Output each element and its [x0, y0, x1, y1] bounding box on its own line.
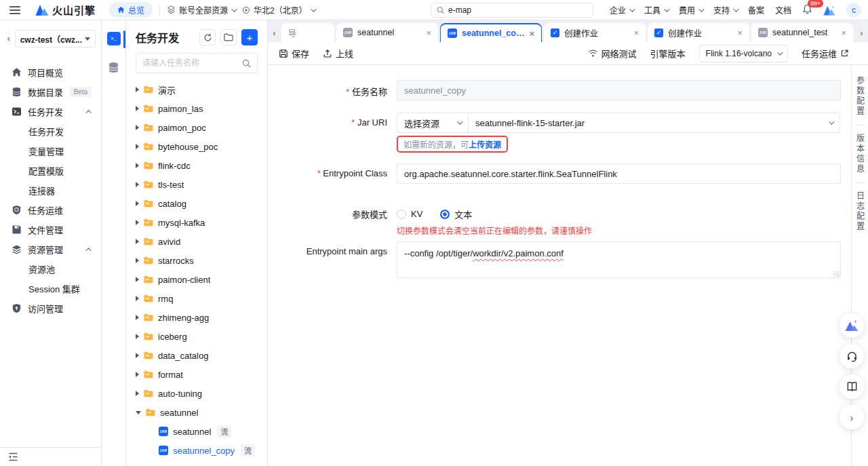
tree-folder[interactable]: auto-tuning [136, 384, 258, 403]
tree-folder[interactable]: zhimeng-agg [136, 308, 258, 327]
network-test-button[interactable]: 网络测试 [588, 47, 637, 60]
collapse-floaters-button[interactable]: › [840, 405, 864, 429]
tab-create-job-1[interactable]: ✓ 创建作业 × [544, 23, 646, 42]
task-ops-link[interactable]: 任务运维 [802, 47, 849, 60]
task-name-input[interactable] [397, 80, 841, 100]
close-icon[interactable]: × [426, 28, 431, 38]
project-selector[interactable]: cwz-test（cwz... [15, 30, 96, 47]
sidebar-item-task-ops[interactable]: 任务运维 [0, 200, 101, 220]
publish-button[interactable]: 上线 [323, 47, 353, 60]
sidebar-item-connectors[interactable]: 连接器 [0, 180, 101, 200]
save-button[interactable]: 保存 [279, 47, 309, 60]
rail-database-icon[interactable] [108, 62, 119, 73]
tab-partial[interactable]: 导 [281, 23, 334, 42]
radio-kv[interactable]: KV [397, 209, 422, 219]
tree-folder[interactable]: tls-test [136, 175, 258, 194]
tab-log-config[interactable]: 日志配置 [854, 190, 866, 233]
tree-folder[interactable]: 演示 [136, 80, 258, 99]
tab-seatunnel-copy-active[interactable]: JAR seatunnel_copy × [440, 23, 542, 42]
region-dropdown[interactable]: 华北2（北京） [242, 4, 315, 16]
jar-source-select[interactable]: 选择资源 [397, 113, 469, 133]
tree-folder[interactable]: starrocks [136, 251, 258, 270]
account-scope-dropdown[interactable]: 账号全部资源 [167, 4, 235, 16]
new-folder-button[interactable] [220, 29, 237, 45]
close-icon[interactable]: × [633, 28, 639, 38]
hamburger-menu-icon[interactable] [9, 6, 20, 14]
tabs-scroll-left[interactable]: ‹ [269, 24, 279, 42]
add-task-button[interactable]: + [241, 29, 258, 45]
sidebar-item-task-dev[interactable]: 任务开发 [0, 121, 101, 141]
notifications-button[interactable]: 99+ [802, 4, 812, 16]
tree-folder[interactable]: paimon_poc [136, 118, 258, 137]
project-name: cwz-test（cwz... [20, 33, 82, 45]
sidebar-item-variables[interactable]: 变量管理 [0, 141, 101, 161]
overview-button[interactable]: 总览 [109, 2, 153, 18]
tree-folder[interactable]: format [136, 365, 258, 384]
tree-folder[interactable]: bytehouse_poc [136, 137, 258, 156]
sidebar-item-resource-mgmt-group[interactable]: 资源管理 [0, 239, 101, 259]
close-icon[interactable]: × [841, 28, 846, 38]
sidebar-item-task-dev-group[interactable]: 任务开发 [0, 102, 101, 121]
brand-logo[interactable]: 火山引擎 [35, 3, 96, 17]
sidebar-item-config-templates[interactable]: 配置模版 [0, 161, 101, 180]
tree-folder[interactable]: paimon-client [136, 270, 258, 289]
tree-folder[interactable]: flink-cdc [136, 156, 258, 175]
nav-icp[interactable]: 备案 [748, 4, 764, 16]
global-search-input[interactable] [448, 5, 587, 15]
nav-docs[interactable]: 文档 [775, 4, 791, 16]
back-button[interactable]: ‹ [7, 32, 11, 45]
collapse-sidebar-icon[interactable] [8, 452, 18, 461]
editor-tabbar: ‹ 导 JAR seatunnel × JAR seatunnel_copy ×… [268, 20, 868, 42]
tree-folder[interactable]: rmq [136, 289, 258, 308]
tree-folder[interactable]: data_catalog [136, 346, 258, 365]
caret-right-icon [136, 163, 139, 168]
refresh-button[interactable] [199, 29, 216, 45]
rail-task-dev-icon[interactable]: >_ [107, 32, 121, 45]
tree-task-seatunnel-copy[interactable]: JAR seatunnel_copy 流 [136, 441, 258, 460]
tree-folder[interactable]: avivid [136, 232, 258, 251]
rail-active-indicator [123, 31, 125, 48]
engine-version-select[interactable]: Flink 1.16-volcano [699, 45, 788, 62]
sidebar-item-data-catalog[interactable]: 数据目录 Beta [0, 82, 101, 102]
tree-folder[interactable]: mysql-kafka [136, 213, 258, 232]
nav-tools[interactable]: 工具 [644, 4, 668, 16]
nav-enterprise[interactable]: 企业 [610, 4, 633, 16]
user-avatar[interactable]: c [846, 3, 861, 18]
tab-seatunnel[interactable]: JAR seatunnel × [336, 23, 438, 42]
volcano-mini-icon[interactable] [823, 5, 835, 16]
sidebar-item-overview[interactable]: 项目概览 [0, 62, 101, 82]
task-name-label: 任务名称 [268, 80, 387, 98]
sidebar-item-access-mgmt[interactable]: 访问管理 [0, 298, 101, 318]
tree-folder-expanded[interactable]: seatunnel [136, 403, 258, 422]
tree-folder[interactable]: paimon_las [136, 99, 258, 118]
tab-seatunnel-test[interactable]: JAR seatunnel_test × [751, 23, 853, 42]
sidebar-item-file-mgmt[interactable]: 文件管理 [0, 220, 101, 239]
docs-button[interactable] [840, 374, 864, 399]
caret-right-icon [136, 391, 139, 396]
ai-assistant-button[interactable] [840, 313, 864, 338]
main-args-textarea[interactable]: --config /opt/tiger/workdir/v2.paimon.co… [397, 241, 841, 278]
tree-folder[interactable]: iceberg [136, 327, 258, 346]
param-mode-warning: 切换参数模式会清空当前正在编辑的参数，请谨慎操作 [397, 225, 851, 236]
tree-search-input[interactable] [142, 58, 238, 68]
jar-file-select[interactable]: seatunnel-flink-15-starter.jar [468, 113, 840, 133]
support-button[interactable] [840, 344, 864, 368]
caret-right-icon [136, 239, 139, 244]
nav-billing[interactable]: 费用 [679, 4, 703, 16]
close-icon[interactable]: × [737, 28, 743, 38]
tree-folder[interactable]: catalog [136, 194, 258, 213]
sidebar-item-resource-pool[interactable]: 资源池 [0, 259, 101, 279]
search-icon[interactable] [242, 59, 251, 68]
sidebar-item-session-cluster[interactable]: Session 集群 [0, 279, 101, 298]
tabs-scroll-right[interactable]: › [856, 24, 867, 42]
tab-param-config[interactable]: 参数配置 [854, 75, 866, 118]
close-icon[interactable]: × [529, 28, 534, 39]
tree-task-seatunnel[interactable]: JAR seatunnel 流 [136, 422, 258, 441]
nav-support[interactable]: 支持 [713, 4, 737, 16]
tab-create-job-2[interactable]: ✓ 创建作业 × [648, 23, 749, 42]
upload-resource-link[interactable]: 上传资源 [469, 140, 501, 150]
radio-text[interactable]: 文本 [440, 208, 472, 220]
resize-handle[interactable] [833, 271, 840, 277]
tab-version-info[interactable]: 版本信息 [854, 132, 866, 176]
entrypoint-class-input[interactable] [397, 163, 841, 184]
